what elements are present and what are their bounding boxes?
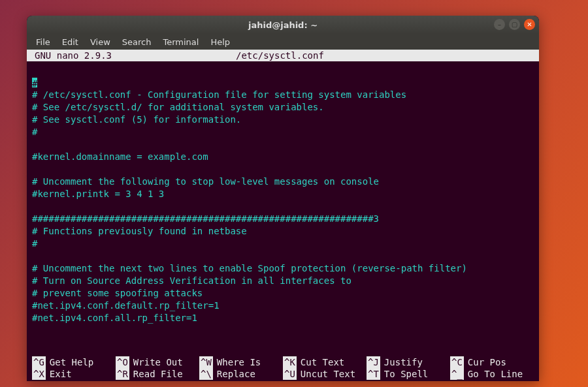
shortcut-label: Cut Text	[301, 356, 344, 368]
shortcut-row-2: ^XExit^RRead File^\Replace^UUncut Text^T…	[32, 368, 534, 380]
editor-line	[32, 324, 534, 337]
editor-line: # Uncomment the next two lines to enable…	[32, 262, 534, 275]
editor-line: #net.ipv4.conf.default.rp_filter=1	[32, 300, 534, 312]
editor-line	[32, 200, 534, 213]
menu-edit[interactable]: Edit	[57, 36, 84, 48]
shortcut-key: ^U	[283, 368, 297, 380]
shortcut-label: Replace	[217, 368, 255, 380]
menu-file[interactable]: File	[31, 36, 56, 48]
shortcut-key: ^\	[199, 368, 213, 380]
shortcut-label: Go To Line	[468, 368, 523, 380]
shortcut-item[interactable]: ^TTo Spell	[367, 368, 450, 380]
editor-line	[32, 163, 534, 176]
close-button[interactable]: ✕	[524, 19, 535, 30]
shortcut-key: ^G	[32, 356, 46, 368]
shortcut-key: ^C	[450, 356, 464, 368]
window-controls: – ▢ ✕	[494, 19, 535, 30]
editor-line: #kernel.domainname = example.com	[32, 151, 534, 163]
editor-line: # See /etc/sysctl.d/ for additional syst…	[32, 101, 534, 114]
nano-filename: /etc/sysctl.conf	[236, 50, 539, 61]
shortcut-key: ^_	[450, 368, 464, 380]
editor-line	[32, 64, 534, 76]
nano-header-bar: GNU nano 2.9.3 /etc/sysctl.conf	[27, 50, 539, 61]
shortcut-item[interactable]: ^OWrite Out	[116, 356, 199, 368]
editor-line	[32, 250, 534, 262]
editor-line: #	[32, 126, 534, 138]
titlebar[interactable]: jahid@jahid: ~ – ▢ ✕	[27, 16, 539, 34]
shortcut-label: Exit	[50, 368, 72, 380]
editor-line: # prevent some spoofing attacks	[32, 287, 534, 300]
shortcut-item[interactable]: ^WWhere Is	[199, 356, 283, 368]
shortcut-item[interactable]: ^KCut Text	[283, 356, 367, 368]
shortcut-item[interactable]: ^CCur Pos	[450, 356, 534, 368]
text-cursor: #	[32, 78, 37, 87]
shortcut-item[interactable]: ^XExit	[32, 368, 116, 380]
editor-line: # /etc/sysctl.conf - Configuration file …	[32, 89, 534, 101]
editor-line: #	[32, 76, 534, 89]
maximize-button[interactable]: ▢	[509, 19, 520, 30]
editor-line: # Functions previously found in netbase	[32, 225, 534, 238]
nano-version: GNU nano 2.9.3	[27, 50, 236, 61]
shortcut-label: Where Is	[217, 356, 261, 368]
shortcut-key: ^W	[199, 356, 213, 368]
terminal-window: jahid@jahid: ~ – ▢ ✕ File Edit View Sear…	[27, 16, 539, 381]
editor-line: # Uncomment the following to stop low-le…	[32, 176, 534, 188]
shortcut-item[interactable]: ^RRead File	[116, 368, 199, 380]
shortcut-label: Get Help	[50, 356, 93, 368]
shortcut-key: ^O	[116, 356, 129, 368]
editor-content[interactable]: ## /etc/sysctl.conf - Configuration file…	[27, 61, 539, 356]
window-title: jahid@jahid: ~	[27, 20, 539, 30]
editor-line: #net.ipv4.conf.all.rp_filter=1	[32, 312, 534, 324]
shortcut-item[interactable]: ^JJustify	[367, 356, 450, 368]
menubar: File Edit View Search Terminal Help	[27, 34, 539, 50]
shortcut-key: ^T	[367, 368, 380, 380]
shortcut-label: Read File	[133, 368, 183, 380]
menu-terminal[interactable]: Terminal	[157, 36, 204, 48]
shortcut-item[interactable]: ^GGet Help	[32, 356, 116, 368]
editor-line: # See sysctl.conf (5) for information.	[32, 114, 534, 126]
shortcut-item[interactable]: ^_Go To Line	[450, 368, 534, 380]
menu-search[interactable]: Search	[117, 36, 157, 48]
editor-line: #kernel.printk = 3 4 1 3	[32, 188, 534, 200]
shortcut-key: ^J	[367, 356, 380, 368]
shortcut-label: Cur Pos	[468, 356, 506, 368]
menu-help[interactable]: Help	[205, 36, 235, 48]
editor-line: # Turn on Source Address Verification in…	[32, 275, 534, 287]
shortcut-label: Justify	[384, 356, 423, 368]
shortcut-label: Uncut Text	[301, 368, 355, 380]
shortcut-label: Write Out	[133, 356, 183, 368]
menu-view[interactable]: View	[85, 36, 116, 48]
editor-line: ########################################…	[32, 213, 534, 225]
shortcut-key: ^K	[283, 356, 297, 368]
editor-line	[32, 138, 534, 151]
minimize-button[interactable]: –	[494, 19, 505, 30]
shortcut-label: To Spell	[384, 368, 428, 380]
shortcut-key: ^R	[116, 368, 129, 380]
editor-line: #	[32, 238, 534, 250]
shortcut-item[interactable]: ^\Replace	[199, 368, 283, 380]
nano-shortcut-bar: ^GGet Help^OWrite Out^WWhere Is^KCut Tex…	[27, 356, 539, 381]
shortcut-row-1: ^GGet Help^OWrite Out^WWhere Is^KCut Tex…	[32, 356, 534, 368]
shortcut-item[interactable]: ^UUncut Text	[283, 368, 367, 380]
shortcut-key: ^X	[32, 368, 46, 380]
